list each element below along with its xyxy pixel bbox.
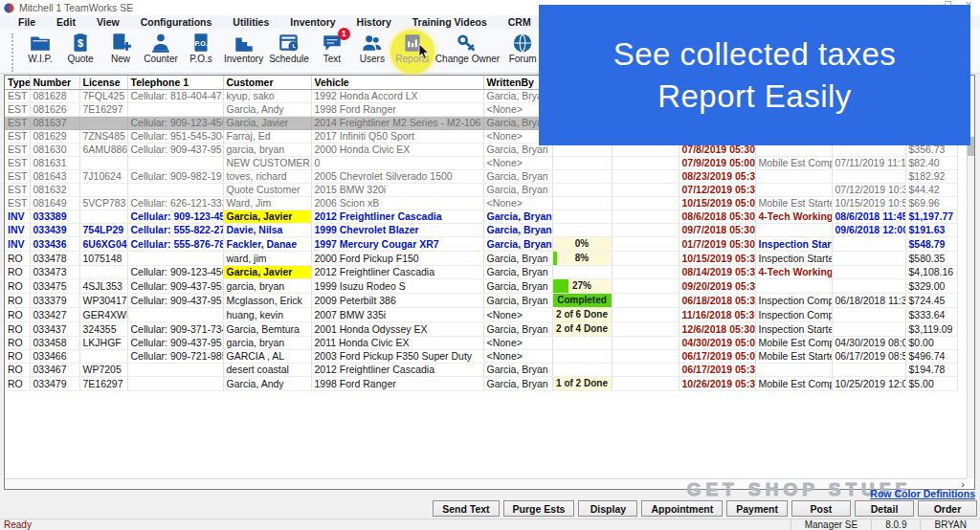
progress-cell[interactable]: 2 of 6 Done [552,307,612,321]
table-row[interactable]: RO033379WP30417Cellular: 909-437-9514Mcg… [5,293,958,307]
table-row[interactable]: EST081631NEW CUSTOMER,0<None>07/9/2019 0… [5,156,958,169]
notification-badge: 1 [338,28,350,40]
users-icon [360,32,385,55]
svg-text:$: $ [78,37,83,49]
promo-banner: See collected taxes Report Easily [539,5,970,145]
column-header-number[interactable]: Number [30,76,79,89]
toolbar-label-text: Text [323,55,341,64]
toolbar-label-inventory: Inventory [224,55,263,64]
toolbar-button-forum[interactable]: Forum [502,32,543,64]
change-owner-icon [455,32,479,55]
toolbar-button-new[interactable]: New [100,32,141,64]
inventory-icon [232,32,256,55]
post-button[interactable]: Post [791,500,851,517]
status-ready: Ready [0,519,791,530]
toolbar-button-pos[interactable]: P.O.P.O.s [181,32,221,64]
status-bar: Ready Manager SE 8.0.9 BRYAN [0,519,980,530]
toolbar-label-counter: Counter [144,55,178,64]
toolbar-label-quote: Quote [67,55,93,64]
progress-cell[interactable]: 27% [552,278,612,293]
menu-item-file[interactable]: File [8,16,46,28]
table-row[interactable]: EST0816495VCP783Cellular: 626-121-3333Wa… [5,196,958,210]
table-row[interactable]: EST081632Quote Customer2015 BMW 320iGarc… [5,183,958,196]
toolbar-button-wip[interactable]: W.I.P. [20,32,60,64]
progress-cell[interactable]: Completed [552,293,612,307]
toolbar-label-pos: P.O.s [189,55,212,64]
menu-item-view[interactable]: View [86,16,130,28]
status-version: 8.0.9 [871,519,920,530]
toolbar-button-text[interactable]: 1Text [312,32,352,64]
toolbar-label-users: Users [360,55,385,64]
column-header-customer[interactable]: Customer [223,76,311,89]
toolbar-button-reports[interactable]: Reports [392,32,433,64]
window-title: Mitchell 1 TeamWorks SE [19,2,133,13]
promo-banner-line2: Report Easily [657,78,852,115]
toolbar-button-change-owner[interactable]: Change Owner [433,32,502,64]
forum-icon [510,32,535,55]
detail-button[interactable]: Detail [855,500,914,517]
send-text-button[interactable]: Send Text [433,500,499,517]
footer-button-row: Send TextPurge EstsDisplayAppointmentPay… [433,500,977,517]
schedule-icon [277,32,301,55]
text-icon: 1 [320,32,345,55]
appointment-button[interactable]: Appointment [641,500,723,517]
progress-cell[interactable]: 1 of 2 Done [552,376,612,390]
menu-item-training-videos[interactable]: Training Videos [402,16,498,28]
toolbar-label-change-owner: Change Owner [435,55,500,64]
table-row[interactable]: EST0816437J10624Cellular: 909-982-1919to… [5,169,958,183]
toolbar-label-schedule: Schedule [269,55,309,64]
table-row[interactable]: INV033389Cellular: 909-123-4567Garcia, J… [5,210,958,223]
purge-ests-button[interactable]: Purge Ests [503,500,575,517]
promo-banner-line1: See collected taxes [613,36,897,73]
pos-icon: P.O. [189,32,213,55]
new-icon [108,32,133,55]
wip-icon [28,32,53,55]
menu-item-edit[interactable]: Edit [46,16,86,28]
row-color-definitions-link[interactable]: Row Color Definitions [870,488,975,499]
table-row[interactable]: RO033427GER4XWMhuang, kevin2007 BMW 335i… [5,307,958,321]
progress-cell[interactable]: 0% [552,236,612,251]
toolbar-label-wip: W.I.P. [28,55,52,64]
payment-button[interactable]: Payment [726,500,788,517]
counter-icon [148,32,173,55]
reports-icon [400,32,425,55]
toolbar-label-new: New [111,55,130,64]
table-row[interactable]: RO033437324355Cellular: 909-371-7340Garc… [5,321,958,336]
toolbar-label-forum: Forum [509,55,537,64]
progress-cell[interactable]: 2 of 4 Done [552,321,612,336]
app-logo-icon [4,3,14,13]
status-user: BRYAN [920,519,980,530]
menu-item-crm[interactable]: CRM [498,16,542,28]
table-row[interactable]: RO033466Cellular: 909-721-9858GARCIA , A… [5,349,958,363]
toolbar-button-counter[interactable]: Counter [141,32,181,64]
quote-icon: $ [68,32,93,55]
table-row[interactable]: INV0334366U6XG04Cellular: 555-876-7892Fa… [5,236,958,251]
column-header-telephone-1[interactable]: Telephone 1 [127,76,223,89]
toolbar-button-schedule[interactable]: Schedule [266,32,312,64]
table-row[interactable]: RO033473Cellular: 909-123-4567Garcia, Ja… [5,265,958,278]
table-row[interactable]: RO033467WP7205desert coastal2012 Freight… [5,363,958,376]
status-app: Manager SE [791,519,872,530]
column-header-license[interactable]: License [79,76,127,89]
menu-item-utilities[interactable]: Utilities [222,16,279,28]
toolbar-button-quote[interactable]: $Quote [60,32,100,64]
toolbar-button-users[interactable]: Users [352,32,392,64]
horizontal-scrollbar[interactable]: › [5,478,967,489]
table-row[interactable]: RO033458LKJHGFCellular: 909-437-9514garc… [5,336,958,349]
table-row[interactable]: RO0334754SJL353Cellular: 909-437-9514gar… [5,278,958,293]
menu-item-inventory[interactable]: Inventory [279,16,345,28]
progress-cell[interactable]: 8% [552,251,612,265]
column-header-vehicle[interactable]: Vehicle [311,76,483,89]
toolbar-label-reports: Reports [395,55,429,64]
table-row[interactable]: RO0334797E16297Garcia, Andy1998 Ford Ran… [5,376,958,390]
toolbar-button-inventory[interactable]: Inventory [221,32,266,64]
display-button[interactable]: Display [578,500,637,517]
toolbar-drag-handle [11,33,14,72]
column-header-type[interactable]: Type [5,76,30,89]
table-row[interactable]: INV033439754LP29Cellular: 555-822-2703Da… [5,223,958,236]
menu-item-history[interactable]: History [346,16,402,28]
svg-text:P.O.: P.O. [194,40,207,48]
menu-item-configurations[interactable]: Configurations [130,16,223,28]
order-button[interactable]: Order [918,500,977,517]
table-row[interactable]: RO0334781075148ward, jim2000 Ford Pickup… [5,251,958,265]
